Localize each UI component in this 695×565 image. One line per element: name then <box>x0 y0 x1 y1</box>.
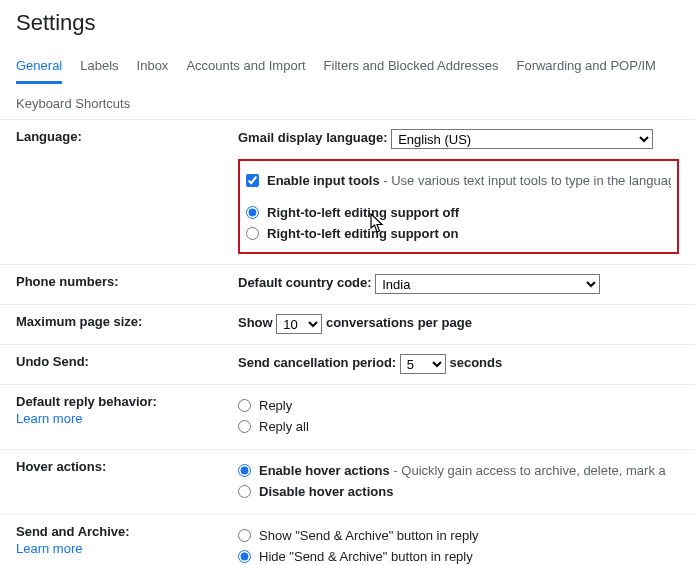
tab-general[interactable]: General <box>16 52 62 84</box>
section-phone-numbers: Phone numbers: Default country code: Ind… <box>0 264 695 304</box>
reply-all-radio[interactable] <box>238 420 251 433</box>
reply-all-option-label: Reply all <box>259 418 309 436</box>
tab-inbox[interactable]: Inbox <box>137 52 169 84</box>
gmail-display-language-select[interactable]: English (US) <box>391 129 653 149</box>
send-archive-label: Send and Archive: <box>16 524 130 539</box>
tab-accounts-import[interactable]: Accounts and Import <box>186 52 305 84</box>
reply-radio[interactable] <box>238 399 251 412</box>
gmail-display-language-label: Gmail display language: <box>238 130 388 145</box>
page-title: Settings <box>0 0 695 44</box>
hover-actions-label: Hover actions: <box>16 459 238 504</box>
reply-option-label: Reply <box>259 397 292 415</box>
disable-hover-label: Disable hover actions <box>259 483 393 501</box>
hide-send-archive-radio[interactable] <box>238 550 251 563</box>
undo-send-suffix: seconds <box>449 355 502 370</box>
default-reply-learn-more[interactable]: Learn more <box>16 411 238 426</box>
section-language: Language: Gmail display language: Englis… <box>0 119 695 264</box>
rtl-off-radio[interactable] <box>246 206 259 219</box>
rtl-on-label: Right-to-left editing support on <box>267 225 458 243</box>
section-hover-actions: Hover actions: Enable hover actions - Qu… <box>0 449 695 514</box>
default-reply-label: Default reply behavior: <box>16 394 157 409</box>
rtl-off-label: Right-to-left editing support off <box>267 204 459 222</box>
enable-hover-label: Enable hover actions <box>259 463 390 478</box>
language-highlight-box: Enable input tools - Use various text in… <box>238 159 679 254</box>
enable-hover-radio[interactable] <box>238 464 251 477</box>
show-send-archive-radio[interactable] <box>238 529 251 542</box>
undo-send-select[interactable]: 5 <box>400 354 446 374</box>
settings-tabs: General Labels Inbox Accounts and Import… <box>0 44 695 85</box>
page-size-label: Maximum page size: <box>16 314 238 334</box>
enable-input-tools-desc: - Use various text input tools to type i… <box>380 173 671 188</box>
disable-hover-radio[interactable] <box>238 485 251 498</box>
section-default-reply: Default reply behavior: Learn more Reply… <box>0 384 695 449</box>
hide-send-archive-label: Hide "Send & Archive" button in reply <box>259 548 473 565</box>
default-country-code-select[interactable]: India <box>375 274 600 294</box>
enable-input-tools-checkbox[interactable] <box>246 174 259 187</box>
rtl-on-radio[interactable] <box>246 227 259 240</box>
tab-labels[interactable]: Labels <box>80 52 118 84</box>
undo-send-prefix: Send cancellation period: <box>238 355 396 370</box>
phone-numbers-label: Phone numbers: <box>16 274 238 294</box>
section-send-archive: Send and Archive: Learn more Show "Send … <box>0 514 695 565</box>
section-page-size: Maximum page size: Show 10 conversations… <box>0 304 695 344</box>
tab-filters-blocked[interactable]: Filters and Blocked Addresses <box>324 52 499 84</box>
enable-hover-desc: - Quickly gain access to archive, delete… <box>390 463 666 478</box>
send-archive-learn-more[interactable]: Learn more <box>16 541 238 556</box>
default-country-code-label: Default country code: <box>238 275 372 290</box>
section-undo-send: Undo Send: Send cancellation period: 5 s… <box>0 344 695 384</box>
language-label: Language: <box>16 129 238 254</box>
undo-send-label: Undo Send: <box>16 354 238 374</box>
tab-forwarding-pop[interactable]: Forwarding and POP/IM <box>516 52 655 84</box>
enable-input-tools-label: Enable input tools <box>267 173 380 188</box>
show-send-archive-label: Show "Send & Archive" button in reply <box>259 527 479 545</box>
page-size-suffix: conversations per page <box>326 315 472 330</box>
subtab-keyboard-shortcuts[interactable]: Keyboard Shortcuts <box>0 85 695 119</box>
page-size-select[interactable]: 10 <box>276 314 322 334</box>
page-size-show: Show <box>238 315 273 330</box>
